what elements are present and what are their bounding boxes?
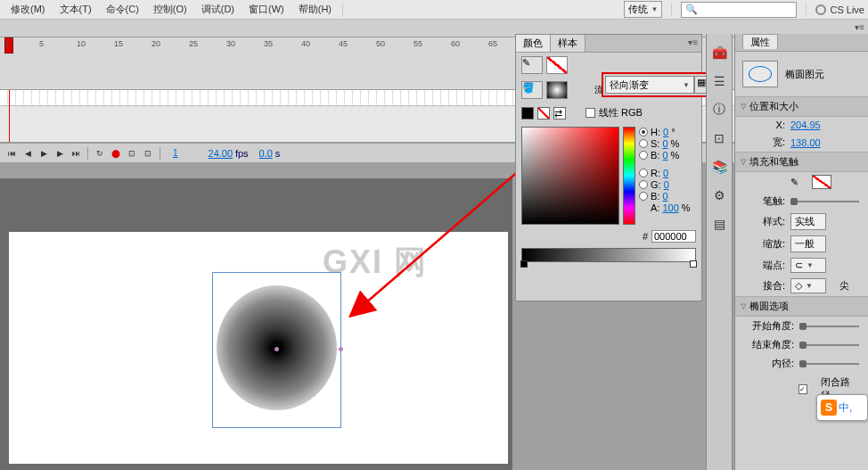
rewind-start-button[interactable]: ⏮ <box>5 147 18 160</box>
actions-icon[interactable]: ⚙ <box>709 186 729 205</box>
edit-frames-button[interactable]: ⊡ <box>126 147 138 160</box>
tools-icon[interactable]: 🧰 <box>709 43 729 62</box>
stage[interactable]: GXI 网 <box>0 178 512 470</box>
transform-icon[interactable]: ⊡ <box>709 128 729 148</box>
s-value[interactable]: 0 <box>662 138 667 149</box>
gradient-stop-left[interactable] <box>520 260 528 268</box>
ruler-mark: 30 <box>226 39 235 48</box>
close-path-checkbox[interactable]: ✓ <box>798 384 808 394</box>
play-button[interactable]: ▶ <box>37 147 50 160</box>
gradient-ramp[interactable] <box>521 248 696 262</box>
h-value[interactable]: 0 <box>663 127 668 137</box>
search-input[interactable]: 🔍 <box>681 2 797 18</box>
stroke-weight-slider[interactable] <box>790 201 859 202</box>
canvas[interactable]: GXI 网 <box>9 232 508 464</box>
divider <box>160 147 160 160</box>
r-label: R: <box>651 168 660 178</box>
library-icon[interactable]: 📚 <box>709 157 729 177</box>
components-icon[interactable]: ▤ <box>709 214 729 234</box>
cslive-label: CS Live <box>830 4 864 15</box>
b-hsb-radio[interactable] <box>639 151 648 160</box>
b-rgb-radio[interactable] <box>639 192 648 201</box>
x-label: X: <box>744 120 785 130</box>
r-value[interactable]: 0 <box>663 168 668 178</box>
b-hsb-value[interactable]: 0 <box>662 150 667 161</box>
divider <box>806 3 807 17</box>
align-icon[interactable]: ☰ <box>709 71 729 91</box>
loop-button[interactable]: ↻ <box>94 147 106 160</box>
r-radio[interactable] <box>639 169 648 177</box>
ime-popup[interactable]: S 中, <box>816 394 868 421</box>
menu-help[interactable]: 帮助(H) <box>291 1 339 18</box>
join-select[interactable]: ◇ ▼ <box>790 278 826 293</box>
hex-prefix: # <box>643 231 648 242</box>
b-rgb-value[interactable]: 0 <box>662 191 667 202</box>
s-radio[interactable] <box>639 139 648 148</box>
width-value[interactable]: 138.00 <box>790 137 821 148</box>
join-label: 接合: <box>744 279 785 293</box>
stroke-color-swatch[interactable] <box>812 175 831 189</box>
onion-skin-button[interactable]: ⬤ <box>110 147 122 160</box>
current-frame[interactable]: 1 <box>173 148 178 158</box>
color-field[interactable] <box>521 127 619 225</box>
g-value[interactable]: 0 <box>664 179 669 190</box>
time-value[interactable]: 0.0 <box>259 148 273 159</box>
swap-black-swatch[interactable] <box>521 107 534 120</box>
fps-value[interactable]: 24.00 <box>209 148 233 159</box>
hue-slider[interactable] <box>623 127 635 225</box>
ruler-mark: 50 <box>376 39 385 48</box>
end-angle-slider[interactable] <box>799 344 859 346</box>
section-oval-options[interactable]: ▽椭圆选项 <box>735 296 868 317</box>
properties-tab[interactable]: 属性 <box>735 34 868 52</box>
eyedropper-stroke-swatch[interactable]: ✎ <box>521 56 543 74</box>
ruler-mark: 65 <box>488 39 497 48</box>
menu-debug[interactable]: 调试(D) <box>194 1 242 18</box>
nofill-swatch[interactable] <box>537 107 550 120</box>
step-back-button[interactable]: ◀ <box>21 147 34 160</box>
gradient-type-select[interactable]: 径向渐变 ▼ <box>605 76 694 94</box>
step-fwd-button[interactable]: ▶ <box>53 147 66 160</box>
search-icon: 🔍 <box>685 4 698 15</box>
hex-input[interactable] <box>651 230 696 243</box>
section-fill-stroke[interactable]: ▽填充和笔触 <box>735 152 868 172</box>
swap-colors-button[interactable]: ⇄ <box>553 107 566 120</box>
tab-color[interactable]: 颜色 <box>516 35 551 52</box>
a-value[interactable]: 100 <box>662 202 678 213</box>
menu-text[interactable]: 文本(T) <box>53 1 99 18</box>
h-radio[interactable] <box>639 128 648 136</box>
linear-rgb-checkbox[interactable] <box>585 108 595 118</box>
tab-swatches[interactable]: 样本 <box>551 35 585 52</box>
edge-handle[interactable] <box>339 347 343 351</box>
forward-end-button[interactable]: ⏭ <box>70 147 82 160</box>
gradient-stop-right[interactable] <box>690 260 697 268</box>
x-value[interactable]: 204.95 <box>790 120 821 130</box>
center-frame-button[interactable]: ⊡ <box>142 147 154 160</box>
center-handle[interactable] <box>274 347 279 351</box>
menu-window[interactable]: 窗口(W) <box>242 1 291 18</box>
panel-menu-icon[interactable]: ▾≡ <box>688 37 698 47</box>
menu-bar: 修改(M) 文本(T) 命令(C) 控制(O) 调试(D) 窗口(W) 帮助(H… <box>0 0 868 20</box>
gradient-type-highlight: 径向渐变 ▼ ▦ <box>602 72 712 97</box>
info-icon[interactable]: ⓘ <box>709 100 729 120</box>
ruler-mark: 60 <box>451 39 460 48</box>
inner-radius-slider[interactable] <box>799 363 859 365</box>
panel-menu-icon[interactable]: ▾≡ <box>855 22 864 32</box>
fill-color-swatch[interactable] <box>546 81 568 99</box>
section-pos-size[interactable]: ▽位置和大小 <box>735 96 868 117</box>
style-select[interactable]: 实线 <box>790 213 826 230</box>
eyedropper-fill-swatch[interactable]: 🪣 <box>521 81 543 99</box>
stroke-label: 笔触: <box>744 194 785 208</box>
scale-select[interactable]: 一般 <box>790 235 826 252</box>
menu-control[interactable]: 控制(O) <box>146 1 194 18</box>
menu-command[interactable]: 命令(C) <box>99 1 146 18</box>
disclosure-icon: ▽ <box>741 302 746 310</box>
workspace-dropdown[interactable]: 传统 ▼ <box>624 1 663 18</box>
cs-live-button[interactable]: CS Live <box>815 4 864 15</box>
start-angle-slider[interactable] <box>799 326 859 327</box>
cap-select[interactable]: ⊂ ▼ <box>790 258 826 273</box>
g-radio[interactable] <box>639 180 648 189</box>
menu-modify[interactable]: 修改(M) <box>4 1 53 18</box>
object-type-icon <box>742 61 778 87</box>
color-panel: 颜色 样本 ▾≡ ✎ 径向渐变 ▼ ▦ 🪣 流: ⇄ 线性 RGB <box>515 34 702 301</box>
stroke-color-swatch[interactable] <box>546 56 568 74</box>
